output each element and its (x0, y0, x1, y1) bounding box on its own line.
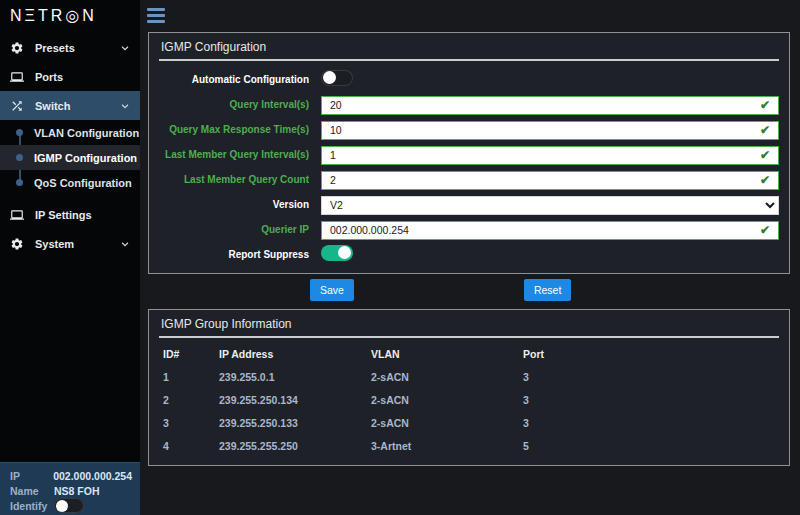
report-suppress-row: Report Suppress (159, 242, 779, 267)
gear-icon (10, 41, 24, 55)
col-header-port: Port (523, 348, 775, 360)
igmp-config-form: Automatic Configuration Query Interval(s… (149, 61, 789, 273)
last-member-query-interval-input[interactable] (321, 146, 779, 165)
top-bar (140, 0, 800, 30)
querier-ip-row: Querier IP ✔ (159, 217, 779, 242)
toggle-knob (323, 71, 336, 84)
monitor-icon (10, 208, 24, 222)
form-actions: Save Reset (148, 279, 790, 301)
chevron-down-icon (120, 239, 130, 249)
col-header-vlan: VLAN (371, 348, 523, 360)
switch-subnav: VLAN Configuration IGMP Configuration Qo… (0, 120, 140, 195)
auto-config-label: Automatic Configuration (192, 74, 309, 85)
automatic-configuration-toggle[interactable] (321, 70, 353, 86)
version-select[interactable]: V2 (321, 196, 779, 215)
igmp-group-panel: IGMP Group Information ID# IP Address VL… (148, 309, 790, 466)
identify-toggle[interactable] (54, 498, 84, 513)
col-header-id: ID# (163, 348, 219, 360)
sidebar-item-qos-configuration[interactable]: QoS Configuration (0, 170, 140, 195)
querier-ip-label: Querier IP (261, 224, 309, 235)
cell-ip: 239.255.0.1 (219, 371, 371, 383)
sidebar-item-system[interactable]: System (0, 229, 140, 258)
last-member-query-count-label: Last Member Query Count (184, 174, 309, 185)
last-member-query-count-row: Last Member Query Count ✔ (159, 167, 779, 192)
brand-logo-text: NΞTR◎N (10, 6, 97, 25)
sidebar-item-label: Presets (35, 42, 75, 54)
cell-id: 1 (163, 371, 219, 383)
report-suppress-label: Report Suppress (228, 249, 309, 260)
sidebar-item-switch[interactable]: Switch (0, 91, 140, 120)
querier-ip-input[interactable] (321, 221, 779, 240)
sidebar-nav: Presets Ports Switch (0, 30, 140, 258)
query-max-response-label: Query Max Response Time(s) (169, 124, 309, 135)
last-member-query-interval-label: Last Member Query Interval(s) (165, 149, 309, 160)
gear-icon (10, 237, 24, 251)
toggle-knob (56, 500, 68, 512)
device-name-row: Name NS8 FOH (10, 483, 132, 498)
table-row: 4 239.255.255.250 3-Artnet 5 (163, 434, 775, 457)
sidebar-item-label: IP Settings (35, 209, 92, 221)
col-header-ip: IP Address (219, 348, 371, 360)
query-interval-row: Query Interval(s) ✔ (159, 92, 779, 117)
chevron-down-icon (120, 101, 130, 111)
panel-title: IGMP Group Information (149, 310, 789, 336)
device-ip-value: 002.000.000.254 (53, 470, 132, 482)
sidebar-item-ports[interactable]: Ports (0, 62, 140, 91)
query-max-response-row: Query Max Response Time(s) ✔ (159, 117, 779, 142)
igmp-group-table: ID# IP Address VLAN Port 1 239.255.0.1 2… (149, 338, 789, 465)
auto-config-row: Automatic Configuration (159, 67, 779, 92)
sidebar-item-label: QoS Configuration (34, 177, 132, 189)
cell-vlan: 3-Artnet (371, 440, 523, 452)
sidebar-item-igmp-configuration[interactable]: IGMP Configuration (0, 145, 140, 170)
device-ip-label: IP (10, 470, 53, 482)
app-root: NΞTR◎N Presets Ports (0, 0, 800, 515)
cell-port: 3 (523, 417, 775, 429)
sidebar-item-presets[interactable]: Presets (0, 33, 140, 62)
report-suppress-toggle[interactable] (321, 245, 353, 261)
cell-vlan: 2-sACN (371, 371, 523, 383)
device-name-value: NS8 FOH (54, 485, 100, 497)
menu-icon[interactable] (147, 8, 165, 26)
device-identify-label: Identify (10, 500, 54, 512)
sidebar-item-label: VLAN Configuration (34, 127, 139, 139)
panel-title: IGMP Configuration (149, 33, 789, 59)
cell-vlan: 2-sACN (371, 394, 523, 406)
cell-ip: 239.255.250.133 (219, 417, 371, 429)
igmp-config-panel: IGMP Configuration Automatic Configurati… (148, 32, 790, 274)
reset-button[interactable]: Reset (524, 279, 571, 301)
sidebar-item-label: System (35, 238, 74, 250)
shuffle-icon (10, 99, 24, 113)
brand-logo: NΞTR◎N (0, 0, 140, 30)
cell-ip: 239.255.255.250 (219, 440, 371, 452)
cell-id: 3 (163, 417, 219, 429)
toggle-knob (338, 246, 351, 259)
sidebar-item-label: Switch (35, 100, 70, 112)
cell-port: 5 (523, 440, 775, 452)
bullet-icon (16, 129, 23, 136)
query-interval-label: Query Interval(s) (230, 99, 309, 110)
last-member-query-interval-row: Last Member Query Interval(s) ✔ (159, 142, 779, 167)
table-row: 3 239.255.250.133 2-sACN 3 (163, 411, 775, 434)
bullet-icon (16, 179, 23, 186)
cell-port: 3 (523, 371, 775, 383)
bullet-icon (16, 154, 23, 161)
version-row: Version V2 (159, 192, 779, 217)
query-interval-input[interactable] (321, 96, 779, 115)
device-identify-row: Identify (10, 498, 132, 513)
table-row: 1 239.255.0.1 2-sACN 3 (163, 365, 775, 388)
cell-id: 4 (163, 440, 219, 452)
sidebar: NΞTR◎N Presets Ports (0, 0, 140, 515)
device-name-label: Name (10, 485, 54, 497)
cell-vlan: 2-sACN (371, 417, 523, 429)
device-info-panel: IP 002.000.000.254 Name NS8 FOH Identify (0, 462, 140, 515)
table-header-row: ID# IP Address VLAN Port (163, 342, 775, 365)
sidebar-item-ip-settings[interactable]: IP Settings (0, 200, 140, 229)
last-member-query-count-input[interactable] (321, 171, 779, 190)
query-max-response-input[interactable] (321, 121, 779, 140)
chevron-down-icon (120, 43, 130, 53)
save-button[interactable]: Save (310, 279, 354, 301)
cell-ip: 239.255.250.134 (219, 394, 371, 406)
sidebar-item-label: IGMP Configuration (34, 152, 137, 164)
sidebar-item-vlan-configuration[interactable]: VLAN Configuration (0, 120, 140, 145)
cell-id: 2 (163, 394, 219, 406)
